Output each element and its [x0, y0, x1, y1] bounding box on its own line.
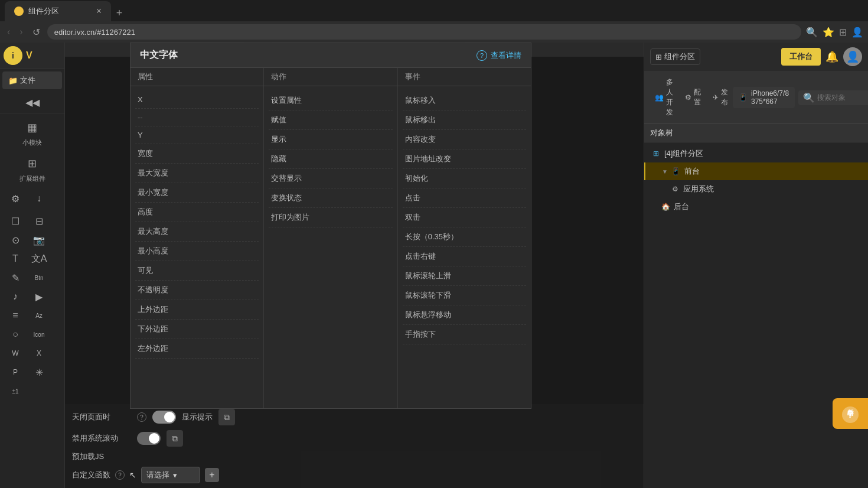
- download-icon[interactable]: ↓: [28, 190, 50, 207]
- action-transform[interactable]: 变换状态: [269, 188, 392, 208]
- word-icon[interactable]: W: [5, 345, 26, 362]
- workspace-button[interactable]: 工作台: [781, 48, 821, 66]
- list-icon[interactable]: ≡: [5, 307, 26, 324]
- sidebar-item-extend[interactable]: ⊞ 扩展组件: [2, 152, 62, 187]
- event-click[interactable]: 点击: [403, 188, 526, 208]
- notification-icon[interactable]: 🔔: [825, 50, 838, 63]
- nav-refresh-button[interactable]: ↺: [30, 24, 43, 40]
- tree-item-component-zone[interactable]: ⊞ [4]组件分区: [644, 145, 868, 162]
- attr-margin-left[interactable]: 左外边距: [135, 339, 259, 359]
- extension-icon[interactable]: ⊞: [839, 27, 847, 38]
- attr-margin-top[interactable]: 上外边距: [135, 300, 259, 320]
- disable-scroll-toggle[interactable]: [137, 432, 161, 445]
- attr-min-width[interactable]: 最小宽度: [135, 183, 259, 203]
- new-tab-button[interactable]: +: [111, 5, 128, 21]
- event-init[interactable]: 初始化: [403, 169, 526, 188]
- attr-width[interactable]: 宽度: [135, 144, 259, 164]
- attr-height[interactable]: 高度: [135, 203, 259, 222]
- attr-max-height[interactable]: 最大高度: [135, 222, 259, 242]
- search-icon[interactable]: 🔍: [806, 27, 818, 38]
- event-scroll-up[interactable]: 鼠标滚轮上滑: [403, 266, 526, 286]
- tree-item-backend[interactable]: 🏠 后台: [644, 198, 868, 216]
- frame-icon[interactable]: ☐: [5, 213, 26, 229]
- event-hover-move[interactable]: 鼠标悬浮移动: [403, 305, 526, 325]
- attr-visible[interactable]: 可见: [135, 261, 259, 281]
- excel-icon[interactable]: X: [28, 345, 50, 362]
- search-input[interactable]: [817, 93, 864, 102]
- icon-component[interactable]: Icon: [28, 326, 50, 343]
- nav-forward-button[interactable]: ›: [17, 24, 25, 40]
- circle-icon[interactable]: ⊙: [5, 232, 26, 248]
- action-show[interactable]: 显示: [269, 130, 392, 149]
- action-set-attr[interactable]: 设置属性: [269, 91, 392, 110]
- tree-item-app-system[interactable]: ⚙ 应用系统: [644, 180, 868, 198]
- event-scroll-down[interactable]: 鼠标滚轮下滑: [403, 286, 526, 305]
- attr-min-height[interactable]: 最小高度: [135, 242, 259, 261]
- btn-icon[interactable]: Btn: [28, 269, 50, 286]
- text-icon[interactable]: T: [5, 250, 26, 267]
- component-zone-btn[interactable]: ⊞ 组件分区: [650, 48, 700, 65]
- tree-item-frontend[interactable]: ▼ 📱 前台: [644, 162, 868, 180]
- tab-multi-dev[interactable]: 👥 多人开发: [650, 75, 678, 120]
- back-icon[interactable]: ◀◀: [22, 94, 43, 110]
- action-print[interactable]: 打印为图片: [269, 208, 392, 227]
- search-box[interactable]: 🔍: [798, 90, 868, 105]
- action-toggle-show[interactable]: 交替显示: [269, 169, 392, 188]
- help-center[interactable]: 帮助中心 ?: [833, 398, 868, 429]
- ppt-icon[interactable]: P: [5, 364, 26, 380]
- attr-x[interactable]: X: [135, 91, 259, 109]
- device-indicator[interactable]: 📱 iPhone6/7/8 375*667: [733, 87, 795, 108]
- event-content-change[interactable]: 内容改变: [403, 130, 526, 149]
- bookmark-icon[interactable]: ⭐: [823, 27, 834, 38]
- account-icon[interactable]: 👤: [851, 27, 863, 38]
- custom-func-row: 自定义函数 ? ↖ 请选择 ▾ +: [72, 467, 637, 483]
- sidebar-item-small-module[interactable]: ▦ 小模块: [2, 116, 62, 151]
- page-time-toggle[interactable]: [152, 411, 176, 424]
- copy-button-2[interactable]: ⧉: [167, 430, 183, 447]
- event-right-click[interactable]: 点击右键: [403, 247, 526, 266]
- tab-config[interactable]: ⚙ 配置: [680, 75, 706, 120]
- func-select-dropdown[interactable]: 请选择 ▾: [141, 467, 200, 483]
- settings-icon[interactable]: ⚙: [5, 190, 26, 207]
- help-circle-sm-icon[interactable]: ?: [137, 412, 146, 422]
- attr-opacity[interactable]: 不透明度: [135, 281, 259, 300]
- extend-label: 扩展组件: [19, 174, 45, 183]
- event-mouse-leave[interactable]: 鼠标移出: [403, 110, 526, 130]
- grid-icon[interactable]: ⊟: [28, 213, 50, 229]
- text-field-icon[interactable]: Az: [28, 307, 50, 324]
- video-icon[interactable]: ▶: [28, 288, 50, 305]
- special-icon[interactable]: ✳: [28, 364, 50, 380]
- component-zone-label: 组件分区: [664, 51, 695, 62]
- copy-button-1[interactable]: ⧉: [218, 409, 235, 425]
- tab-attributes[interactable]: 属性: [130, 68, 264, 86]
- tab-events[interactable]: 事件: [398, 68, 531, 86]
- tab-publish[interactable]: ✈ 发布: [708, 75, 733, 120]
- action-assign[interactable]: 赋值: [269, 110, 392, 130]
- event-img-change[interactable]: 图片地址改变: [403, 149, 526, 169]
- func-add-button[interactable]: +: [205, 468, 219, 482]
- avatar[interactable]: 👤: [843, 47, 862, 66]
- edit-icon[interactable]: ✎: [5, 269, 26, 286]
- custom-func-help-icon[interactable]: ?: [115, 470, 125, 480]
- file-button[interactable]: 📁 文件: [2, 71, 62, 89]
- attr-margin-bottom[interactable]: 下外边距: [135, 320, 259, 339]
- tab-actions[interactable]: 动作: [264, 68, 397, 86]
- event-finger-down[interactable]: 手指按下: [403, 325, 526, 344]
- attr-max-width[interactable]: 最大宽度: [135, 164, 259, 183]
- panel-help-link[interactable]: ? 查看详情: [477, 50, 521, 61]
- panel-title: 中文字体: [140, 49, 178, 61]
- event-longpress[interactable]: 长按（0.35秒）: [403, 227, 526, 247]
- close-tab-button[interactable]: ×: [96, 6, 102, 17]
- chinese-font-icon[interactable]: 文A: [28, 250, 50, 267]
- attr-y[interactable]: Y: [135, 126, 259, 144]
- camera-icon[interactable]: 📷: [28, 232, 50, 248]
- address-bar[interactable]: editor.ivx.cn/#11267221: [47, 24, 801, 40]
- counter-icon[interactable]: ±1: [5, 383, 26, 399]
- browser-tab-active[interactable]: 组件分区 ×: [5, 1, 111, 21]
- action-hide[interactable]: 隐藏: [269, 149, 392, 169]
- music-icon[interactable]: ♪: [5, 288, 26, 305]
- nav-back-button[interactable]: ‹: [5, 24, 12, 40]
- event-mouse-enter[interactable]: 鼠标移入: [403, 91, 526, 110]
- event-dblclick[interactable]: 双击: [403, 208, 526, 227]
- radio-icon[interactable]: ○: [5, 326, 26, 343]
